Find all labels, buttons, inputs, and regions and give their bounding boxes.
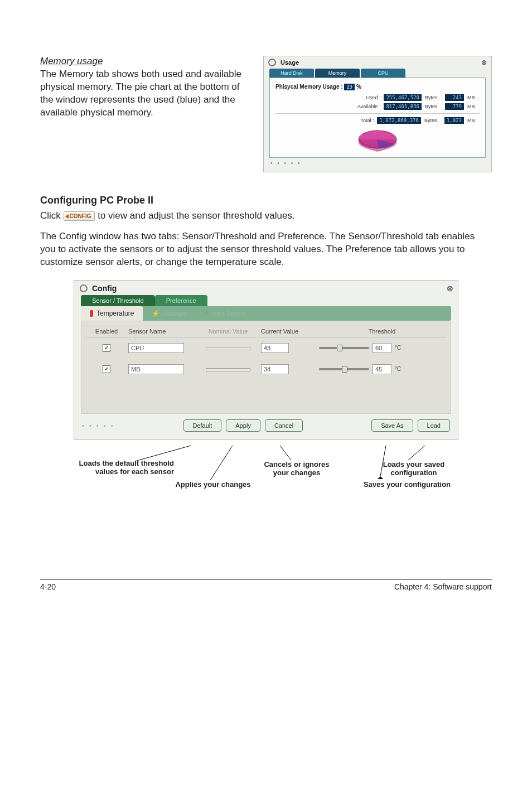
close-icon[interactable]: ⊗ [481,59,487,66]
cancel-button[interactable]: Cancel [265,419,303,432]
col-threshold: Threshold [319,328,445,335]
label-avail: Available : [352,104,380,109]
usage-pct: 23 [344,84,355,90]
callout-loads-saved: Loads your saved configuration [364,460,464,477]
callout-applies: Applies your changes [174,480,252,489]
usage-window-title: Usage [280,59,299,66]
tab-voltage-label: Voltage [163,310,186,317]
nominal-field [206,368,250,371]
chapter-label: Chapter 4: Software support [394,582,492,591]
total-bytes-unit: Bytes [424,118,441,123]
usage-pct-unit: % [356,84,361,90]
callout-saves: Saves your configuration [364,480,453,489]
threshold-slider[interactable] [319,368,369,370]
used-mb-unit: MB [467,95,480,100]
avail-mb-unit: MB [467,104,480,109]
svg-line-4 [280,446,291,460]
fan-icon: ✳ [204,310,209,317]
threshold-field[interactable]: 60 [373,343,391,353]
config-window: Config ⊗ Sensor / Threshold Preference T… [74,280,458,440]
nominal-field [206,347,250,350]
callout-cancels: Cancels or ignores your changes [260,460,333,477]
col-nominal: Nominal Value [197,328,259,335]
svg-line-6 [408,446,425,460]
memory-usage-title: Memory usage [40,56,253,67]
col-sensorname: Sensor Name [128,328,195,335]
config-window-title: Config [92,284,117,293]
callout-loads-default: Loads the default threshold values for e… [68,459,174,476]
thermometer-icon [90,310,93,317]
tab-temperature[interactable]: Temperature [81,306,143,321]
used-mb: 243 [445,94,464,101]
gear-icon [80,284,88,292]
config-line1b: to view and adjust the sensor threshold … [98,210,294,221]
config-button-icon[interactable]: CONFIG [64,211,95,221]
col-enabled: Enabled [87,328,126,335]
bolt-icon: ⚡ [152,310,160,317]
sensor-name-field[interactable]: MB [128,364,184,374]
threshold-slider[interactable] [319,347,369,349]
tab-harddisk[interactable]: Hard Disk [269,69,314,78]
total-bytes: 1,072,869,376 [377,117,420,124]
config-heading: Configuring PC Probe II [40,195,492,206]
total-mb: 1,023 [444,117,464,124]
usage-window: Usage ⊗ Hard Disk Memory CPU Phisycal Me… [263,56,492,172]
close-icon[interactable]: ⊗ [447,284,453,293]
memory-usage-text: The Memory tab shows both used and avail… [40,68,253,119]
sensor-row: ✔ MB 34 45 °C [86,359,446,380]
tab-sensor-threshold[interactable]: Sensor / Threshold [81,295,155,306]
default-button[interactable]: Default [183,419,222,432]
load-button[interactable]: Load [418,419,450,432]
label-used: Used : [352,95,380,100]
tab-fanspeed[interactable]: ✳ Fan Speed [195,306,254,321]
used-bytes-unit: Bytes [425,95,442,100]
apply-button[interactable]: Apply [226,419,260,432]
tab-memory[interactable]: Memory [315,69,360,78]
memory-pie-chart [275,127,480,154]
gear-icon [268,59,276,66]
col-current: Current Value [261,328,317,335]
threshold-field[interactable]: 45 [373,364,391,374]
unit-label: °C [395,366,401,372]
enable-checkbox[interactable]: ✔ [103,365,110,373]
tab-temperature-label: Temperature [96,310,134,317]
avail-mb: 779 [445,103,464,110]
label-total: Total : [346,118,374,123]
config-para2: The Config window has two tabs: Sensor/T… [40,230,492,269]
unit-label: °C [395,345,401,351]
avail-bytes: 817,401,856 [384,103,422,110]
current-field: 34 [261,364,289,374]
saveas-button[interactable]: Save As [371,419,413,432]
total-mb-unit: MB [467,118,480,123]
enable-checkbox[interactable]: ✔ [103,344,110,352]
current-field: 43 [261,343,289,353]
tab-voltage[interactable]: ⚡ Voltage [143,306,195,321]
avail-bytes-unit: Bytes [425,104,442,109]
sensor-name-field[interactable]: CPU [128,343,184,353]
config-line1a: Click [40,210,64,221]
used-bytes: 255,467,520 [384,94,422,101]
svg-line-3 [210,446,233,480]
tab-cpu[interactable]: CPU [361,69,405,78]
tab-preference[interactable]: Preference [155,295,207,306]
resize-grip[interactable]: • • • • • [82,422,114,429]
page-number: 4-20 [40,582,56,591]
resize-grip[interactable]: • • • • • [264,158,491,168]
tab-fanspeed-label: Fan Speed [212,310,245,317]
usage-heading: Phisycal Memory Usage : [275,84,343,90]
sensor-row: ✔ CPU 43 60 °C [86,337,446,359]
